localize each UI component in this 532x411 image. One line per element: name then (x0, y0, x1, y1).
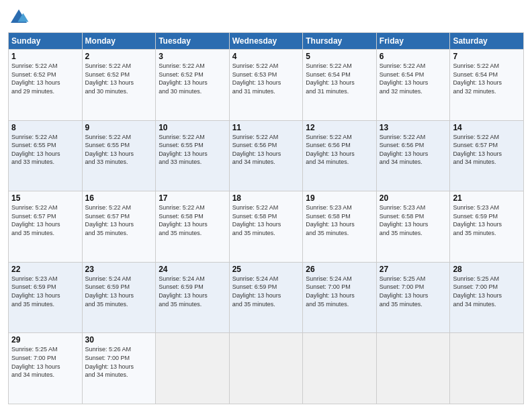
day-number: 16 (85, 193, 153, 203)
day-info: Sunrise: 5:22 AM Sunset: 6:55 PM Dayligh… (11, 133, 79, 167)
day-info: Sunrise: 5:22 AM Sunset: 6:58 PM Dayligh… (159, 203, 226, 237)
day-info: Sunrise: 5:22 AM Sunset: 6:52 PM Dayligh… (85, 62, 153, 95)
calendar-cell: 3Sunrise: 5:22 AM Sunset: 6:52 PM Daylig… (156, 50, 230, 121)
calendar-cell: 7Sunrise: 5:22 AM Sunset: 6:54 PM Daylig… (450, 50, 524, 121)
day-number: 18 (232, 193, 300, 203)
day-info: Sunrise: 5:22 AM Sunset: 6:58 PM Dayligh… (232, 203, 300, 237)
day-info: Sunrise: 5:22 AM Sunset: 6:52 PM Dayligh… (11, 62, 79, 95)
calendar-cell: 9Sunrise: 5:22 AM Sunset: 6:55 PM Daylig… (82, 120, 156, 191)
day-info: Sunrise: 5:22 AM Sunset: 6:57 PM Dayligh… (453, 133, 521, 167)
calendar-cell: 29Sunrise: 5:25 AM Sunset: 7:00 PM Dayli… (9, 333, 83, 404)
header-thursday: Thursday (303, 33, 377, 50)
day-number: 20 (380, 193, 447, 203)
day-number: 22 (11, 265, 79, 274)
day-number: 2 (85, 52, 153, 61)
day-number: 8 (11, 123, 79, 132)
day-info: Sunrise: 5:24 AM Sunset: 6:59 PM Dayligh… (85, 275, 153, 308)
calendar-cell: 25Sunrise: 5:24 AM Sunset: 6:59 PM Dayli… (229, 262, 303, 333)
calendar-cell: 1Sunrise: 5:22 AM Sunset: 6:52 PM Daylig… (9, 50, 83, 121)
calendar-cell: 8Sunrise: 5:22 AM Sunset: 6:55 PM Daylig… (9, 120, 83, 191)
day-info: Sunrise: 5:22 AM Sunset: 6:57 PM Dayligh… (11, 203, 79, 237)
calendar-row-1: 1Sunrise: 5:22 AM Sunset: 6:52 PM Daylig… (9, 50, 524, 121)
day-number: 10 (159, 123, 226, 132)
day-info: Sunrise: 5:24 AM Sunset: 6:59 PM Dayligh… (159, 275, 226, 308)
calendar-cell: 15Sunrise: 5:22 AM Sunset: 6:57 PM Dayli… (9, 191, 83, 263)
calendar-cell (450, 333, 524, 404)
logo (8, 7, 32, 28)
day-number: 11 (232, 123, 300, 132)
page: Sunday Monday Tuesday Wednesday Thursday… (0, 0, 532, 411)
calendar-cell (229, 333, 303, 404)
day-number: 29 (11, 335, 79, 345)
day-number: 17 (159, 193, 226, 203)
calendar-cell: 24Sunrise: 5:24 AM Sunset: 6:59 PM Dayli… (156, 262, 230, 333)
day-number: 15 (11, 193, 79, 203)
day-info: Sunrise: 5:24 AM Sunset: 6:59 PM Dayligh… (232, 275, 300, 308)
day-info: Sunrise: 5:22 AM Sunset: 6:54 PM Dayligh… (306, 62, 373, 95)
logo-icon (8, 7, 30, 28)
calendar-cell: 18Sunrise: 5:22 AM Sunset: 6:58 PM Dayli… (229, 191, 303, 263)
calendar-cell: 23Sunrise: 5:24 AM Sunset: 6:59 PM Dayli… (82, 262, 156, 333)
day-info: Sunrise: 5:25 AM Sunset: 7:00 PM Dayligh… (453, 275, 521, 308)
day-number: 26 (306, 265, 373, 274)
day-number: 19 (306, 193, 373, 203)
day-number: 21 (453, 193, 521, 203)
calendar-row-4: 22Sunrise: 5:23 AM Sunset: 6:59 PM Dayli… (9, 262, 524, 333)
day-info: Sunrise: 5:23 AM Sunset: 6:59 PM Dayligh… (11, 275, 79, 308)
day-info: Sunrise: 5:23 AM Sunset: 6:58 PM Dayligh… (306, 203, 373, 237)
day-info: Sunrise: 5:22 AM Sunset: 6:54 PM Dayligh… (380, 62, 447, 95)
day-number: 6 (380, 52, 447, 61)
calendar-cell: 21Sunrise: 5:23 AM Sunset: 6:59 PM Dayli… (450, 191, 524, 263)
day-info: Sunrise: 5:22 AM Sunset: 6:55 PM Dayligh… (85, 133, 153, 167)
day-number: 25 (232, 265, 300, 274)
day-number: 24 (159, 265, 226, 274)
calendar-cell: 6Sunrise: 5:22 AM Sunset: 6:54 PM Daylig… (376, 50, 450, 121)
day-number: 5 (306, 52, 373, 61)
calendar-cell (376, 333, 450, 404)
day-info: Sunrise: 5:22 AM Sunset: 6:56 PM Dayligh… (306, 133, 373, 167)
day-info: Sunrise: 5:22 AM Sunset: 6:56 PM Dayligh… (232, 133, 300, 167)
day-info: Sunrise: 5:26 AM Sunset: 7:00 PM Dayligh… (85, 345, 153, 379)
calendar-cell: 27Sunrise: 5:25 AM Sunset: 7:00 PM Dayli… (376, 262, 450, 333)
header-saturday: Saturday (450, 33, 524, 50)
calendar-cell: 14Sunrise: 5:22 AM Sunset: 6:57 PM Dayli… (450, 120, 524, 191)
header-sunday: Sunday (9, 33, 83, 50)
day-info: Sunrise: 5:22 AM Sunset: 6:54 PM Dayligh… (453, 62, 521, 95)
day-info: Sunrise: 5:22 AM Sunset: 6:53 PM Dayligh… (232, 62, 300, 95)
calendar-table: Sunday Monday Tuesday Wednesday Thursday… (8, 32, 524, 404)
calendar-cell: 5Sunrise: 5:22 AM Sunset: 6:54 PM Daylig… (303, 50, 377, 121)
calendar-row-5: 29Sunrise: 5:25 AM Sunset: 7:00 PM Dayli… (9, 333, 524, 404)
day-number: 1 (11, 52, 79, 61)
header-tuesday: Tuesday (156, 33, 230, 50)
day-number: 28 (453, 265, 521, 274)
day-number: 4 (232, 52, 300, 61)
calendar-cell: 16Sunrise: 5:22 AM Sunset: 6:57 PM Dayli… (82, 191, 156, 263)
day-number: 27 (380, 265, 447, 274)
day-info: Sunrise: 5:22 AM Sunset: 6:57 PM Dayligh… (85, 203, 153, 237)
header-friday: Friday (376, 33, 450, 50)
calendar-cell: 12Sunrise: 5:22 AM Sunset: 6:56 PM Dayli… (303, 120, 377, 191)
calendar-row-3: 15Sunrise: 5:22 AM Sunset: 6:57 PM Dayli… (9, 191, 524, 263)
calendar-row-2: 8Sunrise: 5:22 AM Sunset: 6:55 PM Daylig… (9, 120, 524, 191)
header (8, 7, 524, 28)
calendar-cell: 19Sunrise: 5:23 AM Sunset: 6:58 PM Dayli… (303, 191, 377, 263)
header-monday: Monday (82, 33, 156, 50)
calendar-cell: 20Sunrise: 5:23 AM Sunset: 6:58 PM Dayli… (376, 191, 450, 263)
weekday-header-row: Sunday Monday Tuesday Wednesday Thursday… (9, 33, 524, 50)
day-info: Sunrise: 5:22 AM Sunset: 6:52 PM Dayligh… (159, 62, 226, 95)
day-info: Sunrise: 5:22 AM Sunset: 6:55 PM Dayligh… (159, 133, 226, 167)
day-info: Sunrise: 5:23 AM Sunset: 6:59 PM Dayligh… (453, 203, 521, 237)
day-info: Sunrise: 5:22 AM Sunset: 6:56 PM Dayligh… (380, 133, 447, 167)
calendar-cell: 30Sunrise: 5:26 AM Sunset: 7:00 PM Dayli… (82, 333, 156, 404)
calendar-cell: 13Sunrise: 5:22 AM Sunset: 6:56 PM Dayli… (376, 120, 450, 191)
day-number: 3 (159, 52, 226, 61)
calendar-cell: 10Sunrise: 5:22 AM Sunset: 6:55 PM Dayli… (156, 120, 230, 191)
calendar-cell: 26Sunrise: 5:24 AM Sunset: 7:00 PM Dayli… (303, 262, 377, 333)
calendar-cell: 22Sunrise: 5:23 AM Sunset: 6:59 PM Dayli… (9, 262, 83, 333)
calendar-cell: 2Sunrise: 5:22 AM Sunset: 6:52 PM Daylig… (82, 50, 156, 121)
calendar-cell (303, 333, 377, 404)
day-number: 14 (453, 123, 521, 132)
calendar-cell (156, 333, 230, 404)
day-number: 13 (380, 123, 447, 132)
day-info: Sunrise: 5:24 AM Sunset: 7:00 PM Dayligh… (306, 275, 373, 308)
